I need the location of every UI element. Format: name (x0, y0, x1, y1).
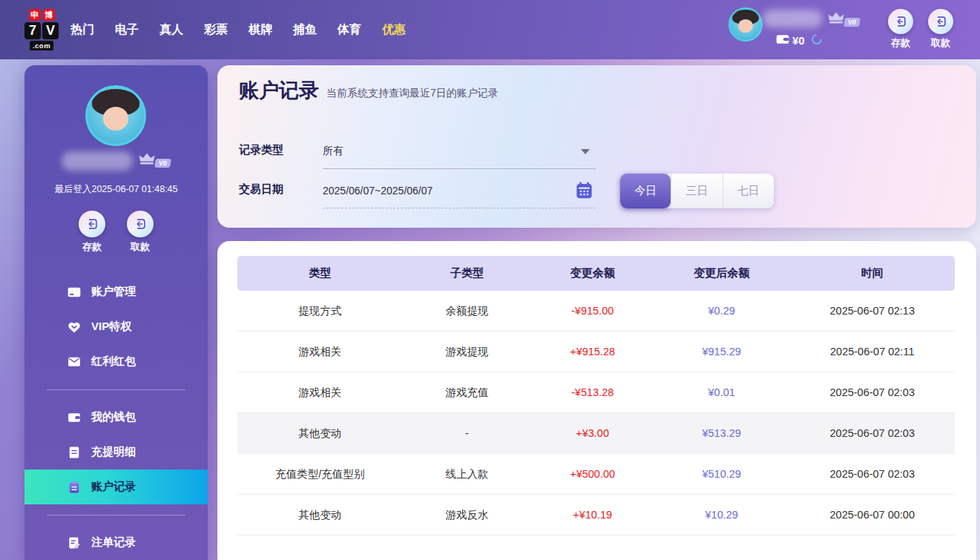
column-header-balance: 变更后余额 (654, 266, 790, 280)
logo-7: 7 (24, 22, 41, 39)
logo-badge-2: 博 (43, 9, 55, 21)
sidebar-item-label: 账户记录 (91, 480, 136, 494)
record-type-select[interactable]: 所有 (323, 134, 596, 169)
column-header-time: 时间 (790, 266, 955, 280)
cell-type: 其他变动 (237, 508, 402, 522)
refresh-balance-icon[interactable] (810, 33, 823, 46)
quick-range-7days[interactable]: 七日 (723, 174, 774, 208)
envelope-icon (67, 355, 82, 369)
cell-balance: ¥0.01 (654, 386, 790, 398)
sidebar-item-account-records[interactable]: 账户记录 (24, 470, 208, 504)
site-logo[interactable]: 申 博 7 V .com (24, 9, 59, 50)
quick-range-group: 今日 三日 七日 (620, 174, 774, 208)
logo-com: .com (30, 41, 53, 50)
cell-type: 充值类型/充值型别 (237, 467, 402, 481)
vip-heart-icon (67, 320, 82, 335)
cell-subtype: 游戏充值 (402, 386, 531, 400)
last-login-text: 最后登入2025-06-07 01:48:45 (24, 183, 208, 196)
document-icon (67, 445, 82, 460)
logo-7v: 7 V (24, 22, 59, 39)
withdraw-button[interactable]: 取款 (924, 9, 957, 50)
avatar[interactable] (729, 7, 763, 42)
table-header-row: 类型 子类型 变更余额 变更后余额 时间 (237, 256, 955, 291)
nav-item-promo[interactable]: 优惠 (382, 22, 406, 38)
cell-subtype: 游戏反水 (402, 508, 531, 522)
nav-item-sports[interactable]: 体育 (338, 22, 361, 38)
avatar-art (738, 19, 752, 33)
wallet-icon (67, 410, 82, 425)
sidebar-item-label: 我的钱包 (91, 410, 136, 424)
cell-amount: +¥10.19 (531, 509, 653, 521)
table-row: 其他变动 - +¥3.00 ¥513.29 2025-06-07 02:03 (237, 413, 955, 454)
records-table-panel: 类型 子类型 变更余额 变更后余额 时间 提现方式 余额提现 -¥915.00 … (217, 241, 976, 560)
cell-amount: +¥915.28 (531, 346, 653, 358)
logo-badge-1: 申 (29, 9, 41, 21)
cell-balance: ¥513.29 (654, 427, 790, 439)
cell-time: 2025-06-07 02:03 (790, 386, 955, 398)
calendar-icon[interactable] (574, 180, 594, 200)
cell-balance: ¥510.29 (654, 468, 790, 480)
nav-item-slots[interactable]: 电子 (115, 22, 139, 38)
nav-item-live[interactable]: 真人 (160, 22, 183, 38)
username-blurred (62, 151, 133, 171)
top-navbar: 申 博 7 V .com 热门 电子 真人 彩票 棋牌 捕鱼 体育 优惠 (0, 0, 980, 59)
withdraw-button[interactable]: 取款 (124, 211, 157, 254)
sidebar-item-my-wallet[interactable]: 我的钱包 (24, 400, 208, 435)
table-row: 游戏相关 游戏充值 -¥513.28 ¥0.01 2025-06-07 02:0… (237, 372, 955, 413)
cell-subtype: - (402, 427, 531, 439)
sidebar-item-label: VIP特权 (91, 320, 131, 334)
sidebar-item-bet-records[interactable]: 注单记录 (24, 525, 208, 560)
sidebar-item-deposit-withdraw-details[interactable]: 充提明细 (24, 435, 208, 470)
page-subtitle: 当前系统支持查询最近7日的账户记录 (326, 87, 499, 100)
cell-balance: ¥0.29 (654, 305, 790, 317)
wallet-icon (775, 32, 790, 47)
withdraw-label: 取款 (124, 240, 157, 254)
cell-type: 游戏相关 (237, 345, 402, 359)
sidebar-item-vip[interactable]: VIP特权 (24, 309, 208, 344)
cell-type: 提现方式 (237, 304, 402, 318)
deposit-icon (888, 9, 913, 34)
main-nav: 热门 电子 真人 彩票 棋牌 捕鱼 体育 优惠 (70, 22, 406, 38)
sidebar-item-bonus[interactable]: 红利红包 (24, 344, 208, 379)
column-header-type: 类型 (237, 266, 402, 280)
column-header-subtype: 子类型 (402, 266, 531, 280)
page: 申 博 7 V .com 热门 电子 真人 彩票 棋牌 捕鱼 体育 优惠 (0, 0, 980, 560)
logo-badges: 申 博 (29, 9, 55, 21)
username-blurred (763, 10, 822, 27)
date-range-input[interactable]: 2025/06/07~2025/06/07 (323, 173, 596, 208)
cell-amount: +¥3.00 (531, 427, 653, 439)
vip-level-badge: V0 (843, 18, 861, 27)
deposit-button[interactable]: 存款 (76, 211, 108, 254)
sidebar-item-label: 注单记录 (91, 536, 136, 550)
cell-time: 2025-06-07 02:03 (790, 427, 955, 439)
page-title: 账户记录 (239, 77, 319, 104)
page-title-row: 账户记录 当前系统支持查询最近7日的账户记录 (239, 77, 499, 104)
deposit-label: 存款 (76, 240, 108, 254)
cell-type: 其他变动 (237, 426, 402, 441)
deposit-button[interactable]: 存款 (884, 9, 917, 50)
records-table: 类型 子类型 变更余额 变更后余额 时间 提现方式 余额提现 -¥915.00 … (237, 256, 955, 536)
table-row: 其他变动 游戏反水 +¥10.19 ¥10.29 2025-06-07 00:0… (237, 495, 955, 536)
logo-v: V (42, 22, 59, 39)
cell-amount: -¥915.00 (531, 305, 653, 317)
cell-subtype: 线上入款 (402, 467, 531, 481)
nav-item-cards[interactable]: 棋牌 (249, 22, 272, 38)
nav-item-hot[interactable]: 热门 (70, 22, 94, 38)
sidebar-item-account-management[interactable]: 账户管理 (24, 274, 208, 309)
cell-balance: ¥915.29 (654, 346, 790, 358)
vip-level-badge: V0 (154, 159, 171, 168)
record-type-label: 记录类型 (239, 143, 283, 157)
table-row: 提现方式 余额提现 -¥915.00 ¥0.29 2025-06-07 02:1… (237, 291, 955, 332)
cell-time: 2025-06-07 02:11 (790, 346, 955, 358)
deposit-icon (79, 211, 105, 237)
nav-item-lottery[interactable]: 彩票 (204, 22, 228, 38)
quick-range-3days[interactable]: 三日 (671, 174, 722, 208)
sidebar-item-label: 红利红包 (91, 355, 136, 369)
account-records-header-panel: 账户记录 当前系统支持查询最近7日的账户记录 记录类型 所有 交易日期 2025… (217, 65, 976, 228)
withdraw-icon (928, 9, 953, 34)
cell-subtype: 游戏提现 (402, 345, 531, 359)
quick-range-today[interactable]: 今日 (620, 174, 671, 208)
nav-item-fishing[interactable]: 捕鱼 (293, 22, 317, 38)
clipboard-icon (67, 480, 82, 495)
sidebar: V0 最后登入2025-06-07 01:48:45 存款 取款 (24, 65, 208, 560)
